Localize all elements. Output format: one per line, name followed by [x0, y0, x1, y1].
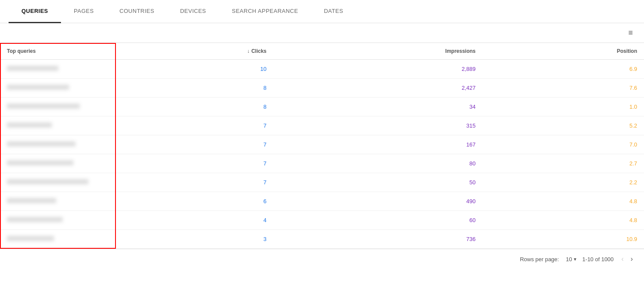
clicks-cell: 7 — [116, 154, 273, 173]
position-cell: 2.2 — [483, 173, 644, 192]
clicks-cell: 7 — [116, 116, 273, 135]
table-row[interactable]: 7802.7 — [0, 154, 644, 173]
position-cell: 4.8 — [483, 211, 644, 230]
query-cell[interactable] — [0, 154, 116, 173]
tab-queries[interactable]: QUERIES — [9, 0, 61, 23]
clicks-cell: 4 — [116, 211, 273, 230]
table-body: 102,8896.982,4277.68341.073155.271677.07… — [0, 60, 644, 249]
position-cell: 4.8 — [483, 192, 644, 211]
prev-page-button[interactable]: ‹ — [619, 254, 626, 264]
impressions-cell: 50 — [273, 173, 483, 192]
impressions-cell: 315 — [273, 116, 483, 135]
query-cell[interactable] — [0, 135, 116, 154]
table-row[interactable]: 64904.8 — [0, 192, 644, 211]
impressions-cell: 167 — [273, 135, 483, 154]
tab-dates[interactable]: DATES — [311, 0, 356, 23]
clicks-cell: 6 — [116, 192, 273, 211]
table-row[interactable]: 373610.9 — [0, 230, 644, 249]
table-row[interactable]: 82,4277.6 — [0, 79, 644, 98]
query-cell[interactable] — [0, 79, 116, 98]
table-row[interactable]: 73155.2 — [0, 116, 644, 135]
filter-icon: ≡ — [628, 28, 633, 37]
table-row[interactable]: 71677.0 — [0, 135, 644, 154]
query-cell[interactable] — [0, 211, 116, 230]
impressions-cell: 80 — [273, 154, 483, 173]
rows-per-page-value: 10 — [566, 256, 572, 262]
tabs-bar: QUERIES PAGES COUNTRIES DEVICES SEARCH A… — [0, 0, 644, 23]
query-cell[interactable] — [0, 230, 116, 249]
impressions-cell: 2,427 — [273, 79, 483, 98]
impressions-cell: 490 — [273, 192, 483, 211]
table-row[interactable]: 8341.0 — [0, 98, 644, 116]
rows-per-page-label: Rows per page: — [520, 256, 559, 262]
query-cell[interactable] — [0, 192, 116, 211]
impressions-cell: 60 — [273, 211, 483, 230]
tab-search-appearance[interactable]: SEARCH APPEARANCE — [219, 0, 311, 23]
clicks-cell: 3 — [116, 230, 273, 249]
pagination-range: 1-10 of 1000 — [582, 256, 614, 262]
filter-button[interactable]: ≡ — [626, 27, 635, 38]
tab-countries[interactable]: COUNTRIES — [106, 0, 167, 23]
col-header-query: Top queries — [0, 43, 116, 60]
position-cell: 1.0 — [483, 98, 644, 116]
col-header-clicks[interactable]: ↓Clicks — [116, 43, 273, 60]
query-cell[interactable] — [0, 60, 116, 79]
clicks-cell: 8 — [116, 98, 273, 116]
tab-devices[interactable]: DEVICES — [167, 0, 219, 23]
pagination-bar: Rows per page: 10 ▼ 1-10 of 1000 ‹ › — [0, 249, 644, 269]
clicks-cell: 8 — [116, 79, 273, 98]
query-cell[interactable] — [0, 116, 116, 135]
impressions-cell: 2,889 — [273, 60, 483, 79]
position-cell: 7.0 — [483, 135, 644, 154]
table-row[interactable]: 4604.8 — [0, 211, 644, 230]
data-table-section: Top queries ↓Clicks Impressions Position… — [0, 43, 644, 249]
position-cell: 10.9 — [483, 230, 644, 249]
toolbar: ≡ — [0, 23, 644, 43]
clicks-cell: 10 — [116, 60, 273, 79]
clicks-cell: 7 — [116, 135, 273, 154]
table-row[interactable]: 7502.2 — [0, 173, 644, 192]
col-header-impressions[interactable]: Impressions — [273, 43, 483, 60]
pagination-nav: ‹ › — [619, 254, 635, 264]
impressions-cell: 736 — [273, 230, 483, 249]
sort-arrow-icon: ↓ — [247, 48, 249, 54]
rows-per-page-dropdown[interactable]: 10 ▼ — [566, 256, 577, 262]
next-page-button[interactable]: › — [628, 254, 635, 264]
position-cell: 7.6 — [483, 79, 644, 98]
position-cell: 5.2 — [483, 116, 644, 135]
data-table: Top queries ↓Clicks Impressions Position… — [0, 43, 644, 249]
query-cell[interactable] — [0, 98, 116, 116]
position-cell: 2.7 — [483, 154, 644, 173]
col-header-position[interactable]: Position — [483, 43, 644, 60]
table-header-row: Top queries ↓Clicks Impressions Position — [0, 43, 644, 60]
query-cell[interactable] — [0, 173, 116, 192]
table-row[interactable]: 102,8896.9 — [0, 60, 644, 79]
impressions-cell: 34 — [273, 98, 483, 116]
position-cell: 6.9 — [483, 60, 644, 79]
clicks-cell: 7 — [116, 173, 273, 192]
chevron-down-icon: ▼ — [573, 257, 577, 262]
tab-pages[interactable]: PAGES — [61, 0, 106, 23]
